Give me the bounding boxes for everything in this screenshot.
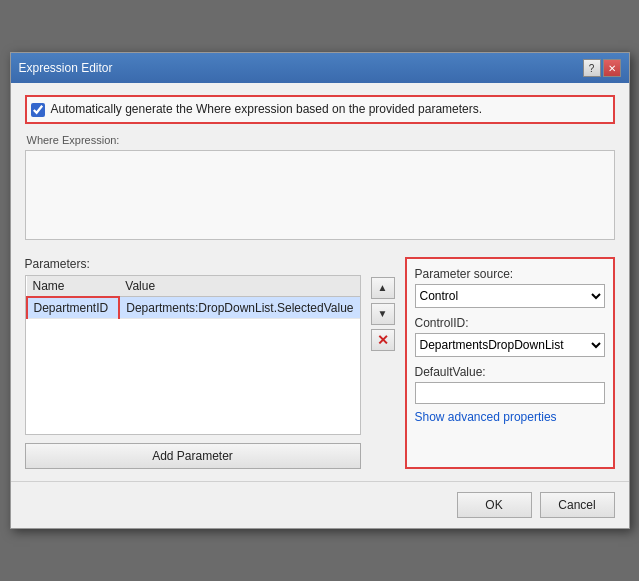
move-up-button[interactable]: ▲ — [371, 277, 395, 299]
param-source-select[interactable]: Control Session QueryString Cookie Form — [415, 284, 605, 308]
expression-editor-dialog: Expression Editor ? ✕ Automatically gene… — [10, 52, 630, 529]
where-expression-textarea[interactable] — [25, 150, 615, 240]
show-advanced-link[interactable]: Show advanced properties — [415, 410, 557, 424]
table-header-row: Name Value — [27, 276, 360, 297]
params-table: Name Value DepartmentID Departments:Drop… — [26, 276, 360, 319]
left-panel: Parameters: Name Value DepartmentID — [25, 257, 361, 469]
move-down-button[interactable]: ▼ — [371, 303, 395, 325]
dialog-footer: OK Cancel — [11, 481, 629, 528]
default-value-input[interactable] — [415, 382, 605, 404]
add-parameter-button[interactable]: Add Parameter — [25, 443, 361, 469]
param-name-cell: DepartmentID — [27, 297, 120, 319]
title-bar-buttons: ? ✕ — [583, 59, 621, 77]
help-button[interactable]: ? — [583, 59, 601, 77]
control-id-select[interactable]: DepartmentsDropDownList — [415, 333, 605, 357]
auto-generate-label: Automatically generate the Where express… — [51, 101, 483, 118]
close-button[interactable]: ✕ — [603, 59, 621, 77]
col-value: Value — [119, 276, 359, 297]
params-table-container: Name Value DepartmentID Departments:Drop… — [25, 275, 361, 435]
auto-generate-checkbox[interactable] — [31, 103, 45, 117]
dialog-content: Automatically generate the Where express… — [11, 83, 629, 481]
auto-generate-row: Automatically generate the Where express… — [25, 95, 615, 124]
parameters-label: Parameters: — [25, 257, 361, 271]
param-value-cell: Departments:DropDownList.SelectedValue — [119, 297, 359, 319]
delete-button[interactable]: ✕ — [371, 329, 395, 351]
cancel-button[interactable]: Cancel — [540, 492, 615, 518]
right-panel: Parameter source: Control Session QueryS… — [405, 257, 615, 469]
bottom-section: Parameters: Name Value DepartmentID — [25, 257, 615, 469]
control-id-label: ControlID: — [415, 316, 605, 330]
col-name: Name — [27, 276, 120, 297]
dialog-title: Expression Editor — [19, 61, 113, 75]
table-row[interactable]: DepartmentID Departments:DropDownList.Se… — [27, 297, 360, 319]
param-source-label: Parameter source: — [415, 267, 605, 281]
middle-buttons: ▲ ▼ ✕ — [371, 257, 395, 469]
title-bar: Expression Editor ? ✕ — [11, 53, 629, 83]
where-expression-wrap — [25, 150, 615, 243]
default-value-label: DefaultValue: — [415, 365, 605, 379]
ok-button[interactable]: OK — [457, 492, 532, 518]
where-expression-label: Where Expression: — [27, 134, 615, 146]
